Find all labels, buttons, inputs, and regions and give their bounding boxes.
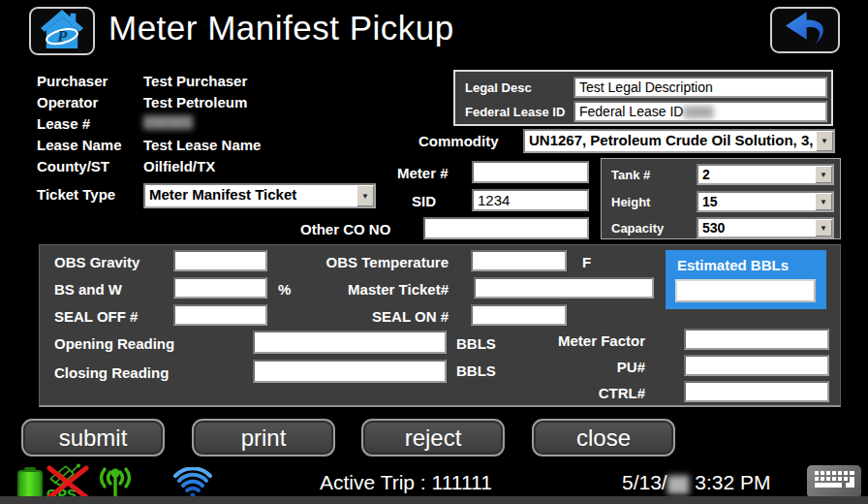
seal-on-label: SEAL ON #	[301, 308, 449, 325]
ticket-type-label: Ticket Type	[37, 186, 115, 203]
federal-lease-id-text: Federal Lease ID	[579, 104, 683, 119]
percent-unit-label: %	[278, 281, 291, 298]
opening-bbls-unit: BBLS	[456, 335, 496, 352]
obs-gravity-label: OBS Gravity	[54, 254, 140, 270]
meter-factor-input[interactable]	[684, 329, 829, 350]
home-button[interactable]: P	[29, 7, 95, 55]
commodity-label: Commodity	[418, 133, 499, 149]
temp-unit-label: F	[582, 254, 591, 270]
back-button[interactable]	[770, 7, 840, 53]
lease-number-label: Lease #	[37, 115, 90, 132]
closing-bbls-unit: BBLS	[456, 362, 496, 379]
capacity-selected: 530	[698, 219, 815, 236]
date-redacted: ██	[667, 476, 690, 492]
print-button[interactable]: print	[192, 419, 335, 457]
master-ticket-input[interactable]	[474, 277, 654, 299]
chevron-down-icon[interactable]: ▼	[356, 185, 374, 206]
federal-lease-id-input[interactable]: Federal Lease ID ████	[574, 101, 827, 122]
opening-reading-label: Opening Reading	[54, 335, 174, 352]
bs-and-w-input[interactable]	[173, 277, 267, 299]
tank-number-label: Tank #	[611, 168, 650, 182]
opening-reading-input[interactable]	[253, 331, 447, 354]
keyboard-button[interactable]	[807, 465, 861, 498]
keyboard-icon	[812, 468, 856, 495]
lease-name-label: Lease Name	[37, 137, 122, 153]
federal-lease-id-redacted: ████	[683, 106, 713, 117]
obs-temperature-label: OBS Temperature	[301, 254, 449, 270]
closing-reading-input[interactable]	[253, 360, 447, 383]
seal-on-input[interactable]	[471, 304, 567, 326]
date-text: 5/13/	[622, 471, 667, 493]
estimated-bbls-input[interactable]	[675, 279, 816, 302]
pu-number-label: PU#	[505, 359, 645, 375]
battery-icon	[17, 467, 43, 500]
meter-number-label: Meter #	[397, 165, 449, 181]
pu-number-input[interactable]	[684, 355, 829, 376]
time-text: 3:32 PM	[689, 471, 770, 493]
obs-temperature-input[interactable]	[471, 250, 567, 271]
datetime-status: 5/13/██ 3:32 PM	[622, 471, 770, 494]
ctrl-number-input[interactable]	[684, 381, 829, 402]
other-co-no-input[interactable]	[423, 217, 589, 239]
meter-factor-label: Meter Factor	[505, 332, 645, 349]
tank-number-selected: 2	[698, 166, 815, 183]
home-logo-icon: P	[40, 9, 84, 53]
ticket-type-selected: Meter Manifest Ticket	[145, 185, 356, 206]
chevron-down-icon[interactable]: ▼	[816, 131, 833, 151]
capacity-label: Capacity	[611, 221, 664, 236]
reject-button[interactable]: reject	[361, 419, 505, 457]
bs-and-w-label: BS and W	[54, 281, 122, 298]
closing-reading-label: Closing Reading	[54, 364, 169, 381]
page-title: Meter Manifest Pickup	[108, 9, 454, 47]
legal-desc-label: Legal Desc	[465, 80, 532, 95]
bottom-edge-bar	[0, 496, 868, 504]
chevron-down-icon[interactable]: ▼	[815, 219, 832, 236]
sid-input[interactable]	[472, 189, 589, 211]
seal-off-label: SEAL OFF #	[54, 308, 138, 325]
other-co-no-label: Other CO NO	[300, 221, 390, 237]
operator-value: Test Petroleum	[143, 94, 247, 110]
sid-label: SID	[412, 193, 436, 209]
lease-name-value: Test Lease Name	[143, 137, 261, 153]
chevron-down-icon[interactable]: ▼	[815, 193, 832, 210]
ctrl-number-label: CTRL#	[505, 385, 645, 401]
federal-lease-id-label: Federal Lease ID	[465, 105, 565, 119]
measurements-panel: OBS Gravity OBS Temperature F Estimated …	[39, 244, 841, 407]
meter-number-input[interactable]	[472, 161, 589, 183]
back-arrow-icon	[778, 9, 832, 51]
submit-button[interactable]: submit	[21, 419, 165, 457]
commodity-select[interactable]: UN1267, Petroleum Crude Oil Solution, 3,…	[523, 129, 835, 153]
legal-desc-input[interactable]	[574, 77, 827, 98]
height-select[interactable]: 15 ▼	[697, 191, 834, 212]
height-label: Height	[611, 195, 650, 209]
height-selected: 15	[698, 193, 815, 210]
chevron-down-icon[interactable]: ▼	[815, 166, 832, 183]
lease-number-value: ██████	[143, 115, 193, 129]
ticket-type-select[interactable]: Meter Manifest Ticket ▼	[143, 183, 376, 208]
operator-label: Operator	[37, 94, 98, 110]
county-state-label: County/ST	[37, 158, 109, 174]
master-ticket-label: Master Ticket#	[301, 281, 449, 298]
capacity-select[interactable]: 530 ▼	[697, 217, 834, 238]
estimated-bbls-box: Estimated BBLs	[666, 250, 826, 309]
close-button[interactable]: close	[532, 419, 675, 457]
purchaser-value: Test Purchaser	[143, 73, 247, 89]
obs-gravity-input[interactable]	[173, 250, 267, 271]
estimated-bbls-label: Estimated BBLs	[677, 257, 789, 273]
commodity-selected: UN1267, Petroleum Crude Oil Solution, 3,…	[525, 131, 816, 151]
tank-number-select[interactable]: 2 ▼	[697, 164, 834, 185]
svg-text:P: P	[56, 28, 68, 46]
active-trip-status: Active Trip : 111111	[320, 471, 492, 494]
county-state-value: Oilfield/TX	[143, 158, 215, 174]
tank-panel: Tank # 2 ▼ Height 15 ▼ Capacity 530 ▼	[601, 158, 841, 239]
legal-panel: Legal Desc Federal Lease ID Federal Leas…	[453, 70, 833, 126]
meter-manifest-pickup-screen: P Meter Manifest Pickup Purchaser Test P…	[0, 0, 868, 504]
seal-off-input[interactable]	[173, 304, 267, 326]
purchaser-label: Purchaser	[37, 73, 108, 89]
